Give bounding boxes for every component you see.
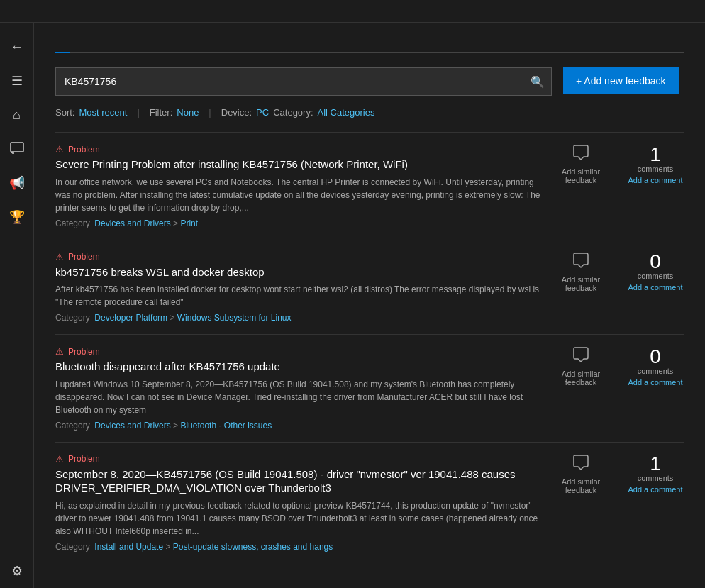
feedback-title[interactable]: kb4571756 breaks WSL and docker desktop [55, 265, 540, 279]
announcements-icon[interactable]: 📢 [0, 166, 34, 200]
app-layout: ← ☰ ⌂ 📢 🏆 ⚙ 🔍 + Ad [0, 23, 705, 588]
feedback-card: ⚠ Problem kb4571756 breaks WSL and docke… [55, 240, 684, 335]
feedback-category: Category Devices and Drivers > Bluetooth… [55, 421, 540, 431]
category-link1[interactable]: Developer Platform [94, 313, 167, 323]
add-similar-button[interactable]: Add similarfeedback [562, 252, 600, 292]
feedback-body: Hi, as explained in detail in my previou… [55, 499, 540, 538]
feedback-body: I updated Windows 10 September 8, 2020—K… [55, 378, 540, 416]
add-similar-icon [572, 252, 589, 272]
comment-count: 0 [650, 252, 661, 272]
feedback-body: After kb4571756 has been installed docke… [55, 283, 540, 309]
problem-text: Problem [68, 252, 100, 262]
category-link1[interactable]: Install and Update [94, 542, 163, 552]
category-link2[interactable]: Post-update slowness, crashes and hangs [173, 542, 333, 552]
problem-text: Problem [68, 347, 100, 357]
add-similar-section: Add similarfeedback [549, 144, 613, 184]
category-label: Category: [273, 107, 313, 118]
feedback-title[interactable]: Bluetooth disappeared after KB4571756 up… [55, 360, 540, 374]
minimize-button[interactable] [607, 0, 640, 23]
feedback-category: Category Developer Platform > Windows Su… [55, 313, 540, 323]
feedback-card-content: ⚠ Problem kb4571756 breaks WSL and docke… [55, 252, 540, 323]
feedback-right-section: Add similarfeedback 0 comments Add a com… [549, 346, 684, 387]
filter-divider: | [137, 107, 139, 118]
feedback-card: ⚠ Problem Severe Printing Problem after … [55, 132, 684, 240]
feedback-title[interactable]: Severe Printing Problem after installing… [55, 157, 540, 172]
add-comment-link[interactable]: Add a comment [628, 283, 682, 292]
problem-label: ⚠ Problem [55, 346, 540, 357]
category-link2[interactable]: Print [180, 218, 198, 228]
comment-count: 1 [650, 145, 661, 165]
back-icon[interactable]: ← [0, 30, 34, 64]
sort-label: Sort: [55, 107, 74, 118]
search-input-wrap: 🔍 [55, 67, 552, 96]
sort-value[interactable]: Most recent [79, 107, 127, 118]
add-new-feedback-button[interactable]: + Add new feedback [563, 67, 679, 94]
home-icon[interactable]: ⌂ [0, 98, 34, 132]
settings-icon[interactable]: ⚙ [0, 554, 34, 588]
add-similar-icon [572, 144, 589, 165]
add-similar-section: Add similarfeedback [549, 454, 613, 494]
hamburger-icon[interactable]: ☰ [0, 64, 34, 98]
problem-icon: ⚠ [55, 346, 64, 357]
category-value[interactable]: All Categories [318, 107, 375, 118]
feedback-title[interactable]: September 8, 2020—KB4571756 (OS Build 19… [55, 467, 540, 495]
search-bar: 🔍 + Add new feedback [55, 67, 684, 96]
add-similar-label: Add similarfeedback [562, 370, 600, 387]
feedback-card-content: ⚠ Problem September 8, 2020—KB4571756 (O… [55, 454, 540, 552]
feedback-list: ⚠ Problem Severe Printing Problem after … [55, 132, 684, 563]
maximize-button[interactable] [640, 0, 672, 23]
problem-text: Problem [68, 454, 100, 464]
search-input[interactable] [56, 70, 524, 93]
add-similar-button[interactable]: Add similarfeedback [562, 346, 600, 387]
comment-count: 1 [650, 454, 661, 474]
device-divider: | [209, 107, 211, 118]
problem-label: ⚠ Problem [55, 454, 540, 465]
add-comment-link[interactable]: Add a comment [628, 378, 682, 387]
feedback-right-section: Add similarfeedback 1 comments Add a com… [549, 144, 684, 184]
tab-drafts[interactable] [112, 38, 126, 53]
category-link1[interactable]: Devices and Drivers [94, 421, 170, 431]
tab-all-feedback[interactable] [55, 38, 70, 53]
comment-label: comments [638, 272, 674, 280]
add-similar-label: Add similarfeedback [562, 477, 600, 494]
feedback-nav-icon[interactable] [0, 132, 34, 166]
window-controls [607, 0, 705, 23]
close-button[interactable] [672, 0, 705, 23]
filter-value[interactable]: None [177, 107, 199, 118]
achievements-icon[interactable]: 🏆 [0, 200, 34, 234]
comments-section: 1 comments Add a comment [627, 454, 684, 494]
category-link2[interactable]: Bluetooth - Other issues [180, 421, 272, 431]
add-comment-link[interactable]: Add a comment [628, 176, 682, 184]
add-similar-section: Add similarfeedback [549, 252, 613, 292]
comments-section: 0 comments Add a comment [627, 252, 684, 292]
feedback-card: ⚠ Problem September 8, 2020—KB4571756 (O… [55, 442, 684, 563]
category-link1[interactable]: Devices and Drivers [94, 218, 170, 228]
add-comment-link[interactable]: Add a comment [628, 485, 682, 494]
comment-label: comments [638, 474, 674, 482]
feedback-category: Category Install and Update > Post-updat… [55, 542, 540, 552]
tabs [55, 37, 684, 53]
problem-icon: ⚠ [55, 252, 64, 262]
add-similar-button[interactable]: Add similarfeedback [562, 144, 600, 184]
device-value[interactable]: PC [256, 107, 269, 118]
feedback-right-section: Add similarfeedback 1 comments Add a com… [549, 454, 684, 494]
problem-label: ⚠ Problem [55, 252, 540, 262]
titlebar [0, 0, 705, 23]
problem-text: Problem [68, 145, 100, 155]
comments-section: 0 comments Add a comment [627, 347, 684, 387]
add-similar-label: Add similarfeedback [562, 167, 600, 184]
add-similar-icon [572, 346, 589, 367]
comment-label: comments [638, 367, 674, 375]
search-button[interactable]: 🔍 [524, 68, 551, 95]
comment-count: 0 [650, 347, 661, 367]
problem-icon: ⚠ [55, 454, 64, 465]
tab-my-feedback[interactable] [84, 38, 98, 53]
feedback-body: In our office network, we use severel PC… [55, 176, 540, 214]
comments-section: 1 comments Add a comment [627, 145, 684, 184]
category-link2[interactable]: Windows Subsystem for Linux [177, 313, 292, 323]
main-content: 🔍 + Add new feedback Sort: Most recent |… [34, 23, 705, 588]
feedback-card: ⚠ Problem Bluetooth disappeared after KB… [55, 334, 684, 442]
add-similar-button[interactable]: Add similarfeedback [562, 454, 600, 494]
feedback-card-content: ⚠ Problem Bluetooth disappeared after KB… [55, 346, 540, 431]
filter-bar: Sort: Most recent | Filter: None | Devic… [55, 107, 684, 118]
